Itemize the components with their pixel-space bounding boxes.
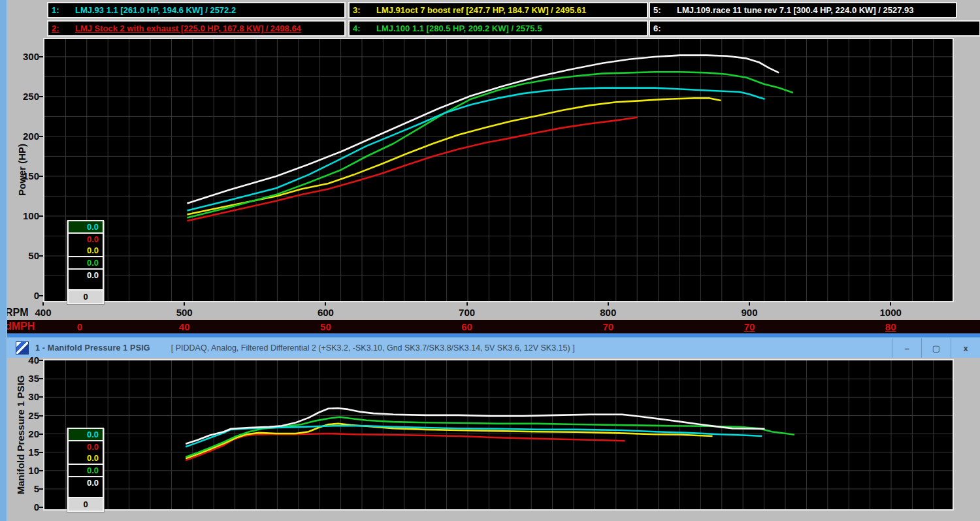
rpm-tick-label: 900 [730,307,769,318]
legend-entry-number: 1: [52,5,75,15]
maximize-button[interactable]: ▢ [921,338,951,358]
psi-tick-mark [39,396,43,398]
series-curve-red [186,434,625,460]
value-row-cyan: 0.0 [69,221,103,232]
psi-tick-mark [39,360,43,361]
value-row-white: 0.0 [69,270,103,281]
value-row-yellow: 0.0 [69,245,103,256]
power-chart-plot-area[interactable] [43,38,954,302]
rpm-tick-mark [466,302,468,306]
legend-entry-label: LMJ.91oct 7 boost ref [247.7 HP, 184.7 K… [376,5,586,15]
dmph-tick-label: 60 [448,321,487,332]
value-row-white: 0.0 [69,477,103,488]
psi-tick-label: 10 [8,465,39,476]
legend-entry-label: LMJ.109.race 11 tune rev 7.1 [300.4 HP, … [677,5,914,15]
rpm-tick-mark [608,302,609,306]
legend-entry-label: LMJ.100 1.1 [280.5 HP, 209.2 KW] / 2575.… [376,24,542,33]
rpm-tick-mark [325,302,326,306]
value-box-spacer [69,488,103,497]
value-row-red: 0.0 [69,441,103,452]
legend-entry-number: 6: [653,24,677,33]
minimize-button[interactable]: – [892,338,921,358]
power-tick-mark [39,136,43,137]
dmph-tick-label: 70 [589,321,628,332]
power-tick-mark [39,96,43,97]
psi-tick-label: 20 [8,428,39,439]
rpm-tick-mark [749,302,750,306]
cursor-value-box-boost[interactable]: 0.0 0.0 0.0 0.0 0.0 0 [67,428,105,513]
rpm-tick-mark [890,302,891,306]
value-row-cyan: 0.0 [69,429,103,440]
value-row-red: 0.0 [69,234,103,245]
legend-entry-5[interactable]: 5: LMJ.109.race 11 tune rev 7.1 [300.4 H… [649,2,957,18]
dmph-axis-row [0,320,980,333]
rpm-tick-label: 500 [165,307,204,318]
window-title: 1 - Manifold Pressure 1 PSIG [35,343,150,353]
power-tick-mark [39,255,43,257]
legend-entry-number: 2: [52,24,75,33]
value-box-footer: 0 [67,497,104,512]
window-left-border [0,0,7,521]
series-curve-cyan [187,88,764,211]
power-tick-label: 250 [8,91,39,102]
dyno-app-window: 1: LMJ.93 1.1 [261.0 HP, 194.6 KW] / 257… [0,0,980,521]
dmph-tick-label: 70 [730,321,769,332]
close-button[interactable]: x [951,338,980,358]
psi-tick-label: 0 [8,501,39,513]
psi-tick-mark [39,507,43,508]
dmph-tick-label: 50 [306,321,345,332]
value-row-yellow: 0.0 [69,452,103,464]
dmph-tick-label: 40 [165,321,204,332]
boost-chart [44,360,953,509]
psi-tick-mark [39,415,43,417]
power-tick-mark [39,176,43,177]
legend-entry-6[interactable]: 6: [649,20,980,37]
power-tick-mark [39,215,43,217]
psi-tick-label: 30 [8,391,39,402]
power-tick-label: 0 [8,290,39,301]
boost-chart-plot-area[interactable] [43,359,954,511]
legend-entry-label: LMJ Stock 2 with exhaust [225.0 HP, 167.… [75,24,301,33]
cursor-value-box-power[interactable]: 0.0 0.0 0.0 0.0 0.0 0 [67,221,105,305]
value-box-spacer [69,281,103,289]
app-icon[interactable] [16,341,29,355]
dmph-tick-label: 0 [60,321,99,332]
legend-entry-number: 5: [653,5,677,15]
rpm-tick-label: 600 [306,307,345,318]
legend-entry-number: 3: [353,5,376,15]
dmph-axis-label: dMPH [5,321,35,332]
rpm-tick-label: 800 [589,307,628,318]
power-tick-label: 50 [8,250,39,261]
psi-tick-mark [39,470,43,471]
rpm-tick-label: 1000 [871,307,910,318]
psi-tick-mark [39,452,43,453]
legend-entry-number: 4: [353,24,376,33]
psi-tick-mark [39,378,43,379]
rpm-tick-label: 700 [448,307,487,318]
window-subtitle: [ PIDDAQ, Analog, Filtered Differential … [171,343,575,353]
legend-entry-label: LMJ.93 1.1 [261.0 HP, 194.6 KW] / 2572.2 [75,5,236,15]
power-chart [44,39,953,301]
rpm-tick-label: 400 [24,307,63,318]
psi-tick-label: 40 [8,355,39,366]
legend-entry-1[interactable]: 1: LMJ.93 1.1 [261.0 HP, 194.6 KW] / 257… [47,2,346,18]
legend-entry-4[interactable]: 4: LMJ.100 1.1 [280.5 HP, 209.2 KW] / 25… [348,20,648,37]
rpm-tick-mark [184,302,185,306]
power-tick-label: 150 [8,170,39,182]
legend-entry-3[interactable]: 3: LMJ.91oct 7 boost ref [247.7 HP, 184.… [348,2,648,18]
psi-tick-label: 25 [8,410,39,421]
power-tick-mark [39,56,43,57]
power-tick-label: 200 [8,131,39,142]
legend-entry-2[interactable]: 2: LMJ Stock 2 with exhaust [225.0 HP, 1… [47,20,346,37]
value-row-green: 0.0 [69,465,103,476]
power-axis-label: Power (HP) [16,144,27,196]
dmph-tick-label: 80 [871,321,910,332]
value-row-green: 0.0 [69,257,103,268]
psi-tick-label: 15 [8,447,39,458]
window-titlebar[interactable]: 1 - Manifold Pressure 1 PSIG [ PIDDAQ, A… [0,338,980,358]
psi-tick-mark [39,434,43,435]
value-box-footer: 0 [67,289,104,304]
psi-tick-mark [39,488,43,490]
power-tick-label: 100 [8,210,39,221]
psi-tick-label: 35 [8,373,39,384]
